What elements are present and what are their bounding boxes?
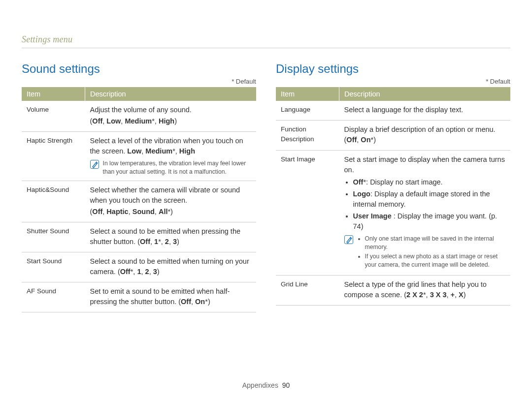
note-icon [344,235,353,244]
note-box: In low temperatures, the vibration level… [90,159,251,176]
item-haptic-sound: Haptic&Sound [22,181,85,222]
desc-haptic-sound: Select whether the camera will vibrate o… [85,181,256,222]
page: Settings menu Sound settings * Default I… [0,0,532,401]
start-image-notes: Only one start image will be saved in th… [357,235,505,270]
note-icon [90,160,99,169]
col-header-item: Item [22,87,85,101]
opts-haptic-sound: (Off, Haptic, Sound, All*) [90,207,251,217]
col-header-item: Item [276,87,339,101]
table-row: Start Image Set a start image to display… [276,151,510,276]
item-grid-line: Grid Line [276,276,339,306]
desc-haptic-strength: Select a level of the vibration when you… [85,132,256,181]
table-row: Volume Adjust the volume of any sound. (… [22,101,256,132]
desc-language: Select a language for the display text. [339,101,510,121]
default-note-right: * Default [276,78,510,85]
display-settings-section: Display settings * Default Item Descript… [276,62,510,312]
item-start-image: Start Image [276,151,339,276]
col-header-description: Description [339,87,510,101]
sound-settings-table: Item Description Volume Adjust the volum… [22,87,256,312]
display-settings-title: Display settings [276,62,510,76]
desc-start-image: Set a start image to display when the ca… [339,151,510,276]
item-shutter-sound: Shutter Sound [22,222,85,252]
opts-haptic-strength: Low, Medium*, High [127,147,195,155]
list-item: Off*: Display no start image. [353,177,505,187]
desc-start-sound: Select a sound to be emitted when turnin… [85,252,256,282]
desc-text: Set a start image to display when the ca… [344,155,505,174]
item-volume: Volume [22,101,85,132]
item-start-sound: Start Sound [22,252,85,282]
table-row: Haptic&Sound Select whether the camera w… [22,181,256,222]
desc-text: Select whether the camera will vibrate o… [90,186,240,204]
item-language: Language [276,101,339,121]
list-item: Logo: Display a default image stored in … [353,189,505,210]
item-haptic-strength: Haptic Strength [22,132,85,181]
sound-settings-title: Sound settings [22,62,256,76]
desc-function-description: Display a brief description of an option… [339,121,510,151]
item-function-description: Function Description [276,121,339,151]
desc-shutter-sound: Select a sound to be emitted when pressi… [85,222,256,252]
list-item: User Image : Display the image you want.… [353,211,505,232]
breadcrumb: Settings menu [22,34,510,48]
desc-text: Adjust the volume of any sound. [90,106,192,114]
sound-settings-section: Sound settings * Default Item Descriptio… [22,62,256,312]
table-header-row: Item Description [276,87,510,101]
item-af-sound: AF Sound [22,282,85,312]
default-note-left: * Default [22,78,256,85]
footer-label: Appendixes [242,381,278,389]
table-row: Function Description Display a brief des… [276,121,510,151]
table-row: Shutter Sound Select a sound to be emitt… [22,222,256,252]
table-row: Language Select a language for the displ… [276,101,510,121]
desc-af-sound: Set to emit a sound to be emitted when h… [85,282,256,312]
display-settings-table: Item Description Language Select a langu… [276,87,510,306]
start-image-bullets: Off*: Display no start image.Logo: Displ… [344,177,505,232]
note-box: Only one start image will be saved in th… [344,235,505,270]
table-header-row: Item Description [22,87,256,101]
list-item: Only one start image will be saved in th… [365,235,505,251]
col-header-description: Description [85,87,256,101]
table-row: Start Sound Select a sound to be emitted… [22,252,256,282]
page-footer: Appendixes 90 [0,381,532,389]
opts-volume: (Off, Low, Medium*, High) [90,116,251,126]
columns-container: Sound settings * Default Item Descriptio… [22,62,510,312]
table-row: AF Sound Set to emit a sound to be emitt… [22,282,256,312]
note-text: In low temperatures, the vibration level… [103,159,251,176]
list-item: If you select a new photo as a start ima… [365,252,505,269]
table-row: Haptic Strength Select a level of the vi… [22,132,256,181]
desc-volume: Adjust the volume of any sound. (Off, Lo… [85,101,256,132]
table-row: Grid Line Select a type of the grid line… [276,276,510,306]
page-number: 90 [282,381,290,389]
desc-grid-line: Select a type of the grid lines that hel… [339,276,510,306]
